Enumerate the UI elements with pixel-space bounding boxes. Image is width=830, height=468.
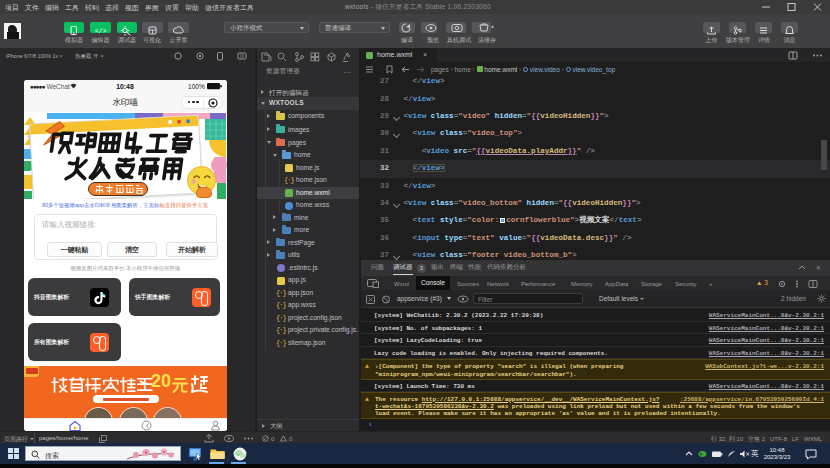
svg-text:</>: </>	[95, 28, 107, 35]
svg-text:0: 0	[271, 436, 275, 442]
svg-text:0: 0	[289, 436, 293, 442]
